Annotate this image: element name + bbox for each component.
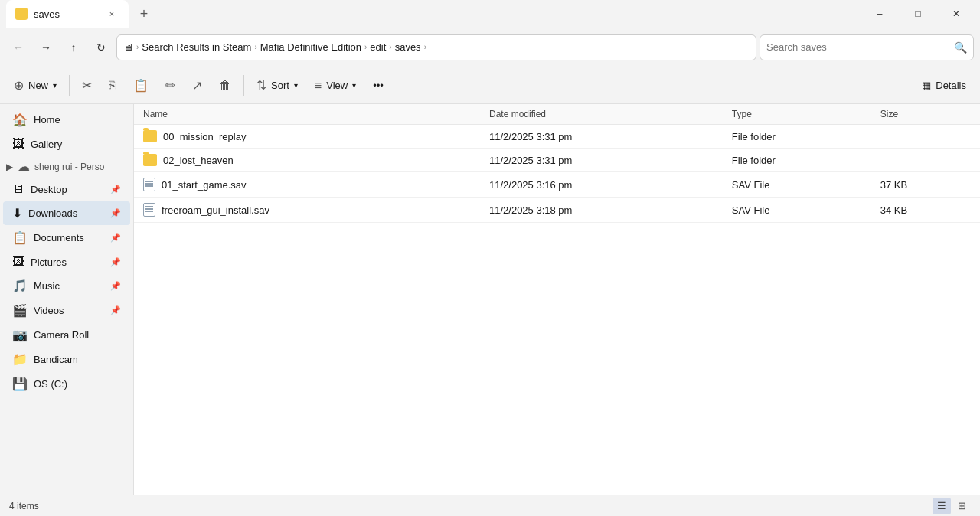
sidebar-item-videos[interactable]: 🎬 Videos 📌 bbox=[3, 299, 130, 322]
onedrive-icon: ☁ bbox=[18, 159, 30, 174]
delete-icon: 🗑 bbox=[219, 79, 231, 93]
more-icon: ••• bbox=[373, 80, 384, 91]
pin-icon: 📌 bbox=[110, 208, 121, 218]
breadcrumb-sep-2: › bbox=[364, 43, 367, 51]
home-icon: 🏠 bbox=[12, 113, 28, 127]
paste-button[interactable]: 📋 bbox=[126, 72, 156, 100]
details-label: Details bbox=[936, 80, 966, 91]
sidebar-item-home[interactable]: 🏠 Home bbox=[3, 108, 130, 132]
sidebar-item-label: Pictures bbox=[31, 256, 67, 268]
file-type: File folder bbox=[723, 149, 871, 172]
minimize-button[interactable]: – bbox=[862, 0, 897, 28]
table-row[interactable]: 00_mission_replay11/2/2025 3:31 pmFile f… bbox=[134, 125, 980, 149]
breadcrumb[interactable]: 🖥 › Search Results in Steam › Mafia Defi… bbox=[116, 34, 756, 60]
column-name[interactable]: Name bbox=[134, 104, 480, 125]
column-size[interactable]: Size bbox=[871, 104, 980, 125]
sidebar-item-gallery[interactable]: 🖼 Gallery bbox=[3, 132, 130, 155]
window-controls: – □ ✕ bbox=[862, 0, 974, 28]
view-button[interactable]: ≡ View ▾ bbox=[307, 72, 364, 100]
up-button[interactable]: ↑ bbox=[61, 35, 86, 60]
share-icon: ↗ bbox=[192, 78, 202, 93]
copy-icon: ⎘ bbox=[109, 79, 116, 93]
details-button[interactable]: ▦ Details bbox=[914, 72, 974, 100]
table-row[interactable]: freeroam_gui_install.sav11/2/2025 3:18 p… bbox=[134, 198, 980, 223]
close-button[interactable]: ✕ bbox=[939, 0, 974, 28]
column-date-modified[interactable]: Date modified bbox=[480, 104, 723, 125]
close-tab-button[interactable]: × bbox=[104, 6, 119, 21]
copy-button[interactable]: ⎘ bbox=[101, 72, 124, 100]
sidebar-item-music[interactable]: 🎵 Music 📌 bbox=[3, 274, 130, 298]
pin-icon: 📌 bbox=[110, 257, 121, 267]
sidebar-item-label: Downloads bbox=[28, 207, 77, 219]
breadcrumb-search-results[interactable]: Search Results in Steam bbox=[142, 41, 251, 53]
file-name: 02_lost_heaven bbox=[163, 155, 234, 166]
details-icon: ▦ bbox=[922, 80, 931, 91]
tab-area: saves × + bbox=[6, 0, 856, 28]
details-view-button[interactable]: ☰ bbox=[933, 498, 951, 514]
search-box[interactable]: 🔍 bbox=[760, 34, 974, 60]
file-size bbox=[871, 149, 980, 172]
search-input[interactable] bbox=[766, 41, 949, 53]
os-c-icon: 💾 bbox=[12, 377, 28, 391]
item-count: 4 items bbox=[9, 501, 39, 511]
sidebar-item-pictures[interactable]: 🖼 Pictures 📌 bbox=[3, 250, 130, 273]
file-size: 37 KB bbox=[871, 172, 980, 198]
back-button[interactable]: ← bbox=[6, 35, 31, 60]
file-icon bbox=[143, 178, 155, 191]
location-computer-icon: 🖥 bbox=[123, 41, 133, 53]
sidebar-item-downloads[interactable]: ⬇ Downloads 📌 bbox=[3, 201, 130, 225]
rename-button[interactable]: ✏ bbox=[158, 72, 183, 100]
sidebar-section-onedrive[interactable]: ▶ ☁ sheng rui - Perso bbox=[0, 156, 133, 177]
gallery-icon: 🖼 bbox=[12, 137, 24, 151]
status-bar: 4 items ☰ ⊞ bbox=[0, 495, 980, 516]
toolbar-separator-2 bbox=[243, 75, 244, 96]
view-toggle: ☰ ⊞ bbox=[933, 498, 971, 514]
table-row[interactable]: 01_start_game.sav11/2/2025 3:16 pmSAV Fi… bbox=[134, 172, 980, 198]
tiles-view-button[interactable]: ⊞ bbox=[952, 498, 971, 514]
sidebar-item-label: OS (C:) bbox=[34, 378, 67, 390]
file-type: SAV File bbox=[723, 172, 871, 198]
sidebar-item-documents[interactable]: 📋 Documents 📌 bbox=[3, 226, 130, 250]
forward-button[interactable]: → bbox=[34, 35, 58, 60]
sidebar-item-os-c[interactable]: 💾 OS (C:) bbox=[3, 372, 130, 396]
file-type: SAV File bbox=[723, 198, 871, 223]
share-button[interactable]: ↗ bbox=[185, 72, 210, 100]
file-date-modified: 11/2/2025 3:18 pm bbox=[480, 198, 723, 223]
file-name-cell: 02_lost_heaven bbox=[134, 149, 480, 172]
new-tab-button[interactable]: + bbox=[132, 2, 156, 26]
cut-button[interactable]: ✂ bbox=[74, 72, 100, 100]
sidebar-item-camera-roll[interactable]: 📷 Camera Roll bbox=[3, 323, 130, 347]
sort-icon: ⇅ bbox=[256, 78, 266, 93]
sidebar-item-label: Home bbox=[34, 114, 60, 126]
refresh-button[interactable]: ↻ bbox=[89, 35, 113, 60]
column-type[interactable]: Type bbox=[723, 104, 871, 125]
new-label: New bbox=[28, 80, 48, 91]
file-table: Name Date modified Type Size 00_mission_… bbox=[134, 104, 980, 223]
breadcrumb-saves[interactable]: saves bbox=[395, 41, 421, 53]
file-name: freeroam_gui_install.sav bbox=[162, 204, 270, 216]
file-size: 34 KB bbox=[871, 198, 980, 223]
camera-roll-icon: 📷 bbox=[12, 328, 28, 342]
table-row[interactable]: 02_lost_heaven11/2/2025 3:31 pmFile fold… bbox=[134, 149, 980, 172]
new-button[interactable]: ⊕ New ▾ bbox=[6, 72, 64, 100]
breadcrumb-sep-4: › bbox=[424, 43, 426, 51]
breadcrumb-sep-0: › bbox=[136, 43, 139, 51]
breadcrumb-mafia[interactable]: Mafia Definitive Edition bbox=[260, 41, 361, 53]
file-name-cell: 00_mission_replay bbox=[134, 125, 480, 149]
folder-icon bbox=[143, 154, 157, 166]
file-size bbox=[871, 125, 980, 149]
toolbar: ⊕ New ▾ ✂ ⎘ 📋 ✏ ↗ 🗑 ⇅ Sort ▾ ≡ View ▾ ••… bbox=[0, 67, 980, 104]
file-type: File folder bbox=[723, 125, 871, 149]
new-chevron-icon: ▾ bbox=[53, 81, 57, 90]
delete-button[interactable]: 🗑 bbox=[211, 72, 239, 100]
more-button[interactable]: ••• bbox=[365, 72, 391, 100]
active-tab[interactable]: saves × bbox=[6, 0, 129, 28]
sidebar-item-desktop[interactable]: 🖥 Desktop 📌 bbox=[3, 178, 130, 201]
maximize-button[interactable]: □ bbox=[900, 0, 936, 28]
view-chevron-icon: ▾ bbox=[352, 81, 356, 90]
file-date-modified: 11/2/2025 3:16 pm bbox=[480, 172, 723, 198]
sidebar-item-label: Documents bbox=[34, 232, 84, 243]
sort-button[interactable]: ⇅ Sort ▾ bbox=[249, 72, 305, 100]
breadcrumb-edit[interactable]: edit bbox=[370, 41, 386, 53]
sidebar-item-bandicam[interactable]: 📁 Bandicam bbox=[3, 348, 130, 371]
